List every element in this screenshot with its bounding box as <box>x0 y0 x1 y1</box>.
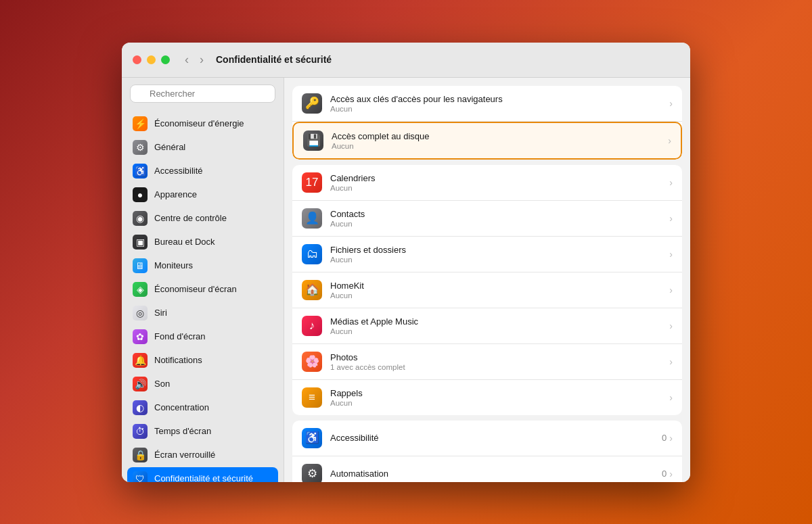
settings-row-right-automation: 0› <box>662 469 673 479</box>
settings-row-subtitle-reminders: Aucun <box>330 399 669 407</box>
sidebar-item-appearance[interactable]: ●Apparence <box>127 183 278 206</box>
sidebar-item-label-focus: Concentration <box>154 402 209 412</box>
sidebar-item-label-sound: Son <box>154 379 170 389</box>
traffic-lights <box>133 55 170 64</box>
settings-row-text-accessibility2: Accessibilité <box>330 433 662 443</box>
window-title: Confidentialité et sécurité <box>216 54 332 65</box>
sidebar-icon-focus: ◐ <box>133 400 148 415</box>
settings-row-text-files: Fichiers et dossiersAucun <box>330 245 669 264</box>
sidebar-item-notifications[interactable]: 🔔Notifications <box>127 349 278 372</box>
settings-row-keys[interactable]: 🔑Accès aux clés d'accès pour les navigat… <box>292 86 682 122</box>
sidebar-icon-sound: 🔊 <box>133 377 148 391</box>
chevron-icon-automation: › <box>669 469 673 479</box>
settings-row-subtitle-disk: Aucun <box>332 142 668 150</box>
settings-row-contacts[interactable]: 👤ContactsAucun› <box>292 201 682 237</box>
forward-button[interactable]: › <box>196 52 208 67</box>
settings-row-text-contacts: ContactsAucun <box>330 209 669 228</box>
settings-row-title-disk: Accès complet au disque <box>332 131 668 141</box>
chevron-icon-homekit: › <box>669 285 673 295</box>
chevron-icon-disk: › <box>668 135 671 146</box>
settings-row-disk[interactable]: 💾Accès complet au disqueAucun› <box>292 122 682 160</box>
sidebar-item-general[interactable]: ⚙Général <box>127 136 278 159</box>
settings-row-music[interactable]: ♪Médias et Apple MusicAucun› <box>292 308 682 344</box>
sidebar: 🔍 ⚡Économiseur d'énergie⚙Général♿Accessi… <box>122 78 284 482</box>
sidebar-icon-screentime: ⏱ <box>133 424 148 439</box>
settings-row-title-keys: Accès aux clés d'accès pour les navigate… <box>330 94 669 104</box>
sidebar-item-label-desktop: Bureau et Dock <box>154 237 215 247</box>
settings-row-title-homekit: HomeKit <box>330 281 669 291</box>
settings-row-subtitle-photos: 1 avec accès complet <box>330 363 669 371</box>
settings-row-subtitle-keys: Aucun <box>330 105 669 113</box>
sidebar-item-screensaver[interactable]: ◈Économiseur d'écran <box>127 278 278 301</box>
sidebar-item-wallpaper[interactable]: ✿Fond d'écran <box>127 325 278 348</box>
settings-row-icon-reminders: ≡ <box>302 387 322 408</box>
settings-row-icon-music: ♪ <box>302 316 322 336</box>
settings-row-text-disk: Accès complet au disqueAucun <box>332 131 668 150</box>
sidebar-item-label-wallpaper: Fond d'écran <box>154 331 205 341</box>
settings-row-homekit[interactable]: 🏠HomeKitAucun› <box>292 272 682 308</box>
settings-row-icon-keys: 🔑 <box>302 93 322 114</box>
chevron-icon-files: › <box>669 249 673 260</box>
sidebar-item-label-appearance: Apparence <box>154 189 197 199</box>
settings-group-group2: 17CalendriersAucun›👤ContactsAucun›🗂Fichi… <box>292 165 682 415</box>
sidebar-item-label-energy: Économiseur d'énergie <box>154 118 244 128</box>
settings-row-right-music: › <box>669 320 673 331</box>
settings-row-text-homekit: HomeKitAucun <box>330 281 669 300</box>
settings-row-icon-homekit: 🏠 <box>302 280 322 300</box>
sidebar-item-siri[interactable]: ◎Siri <box>127 302 278 325</box>
settings-row-accessibility2[interactable]: ♿Accessibilité0› <box>292 421 682 456</box>
settings-row-text-reminders: RappelsAucun <box>330 388 669 407</box>
sidebar-item-label-monitors: Moniteurs <box>154 260 193 270</box>
settings-row-title-automation: Automatisation <box>330 469 662 479</box>
settings-row-reminders[interactable]: ≡RappelsAucun› <box>292 380 682 415</box>
sidebar-item-sound[interactable]: 🔊Son <box>127 373 278 396</box>
settings-row-calendar[interactable]: 17CalendriersAucun› <box>292 165 682 201</box>
sidebar-item-label-notifications: Notifications <box>154 355 202 365</box>
sidebar-item-privacy[interactable]: 🛡Confidentialité et sécurité <box>127 467 278 482</box>
back-button[interactable]: ‹ <box>181 52 193 67</box>
settings-row-icon-contacts: 👤 <box>302 208 322 229</box>
settings-row-automation[interactable]: ⚙Automatisation0› <box>292 456 682 482</box>
chevron-icon-accessibility2: › <box>669 433 673 444</box>
settings-row-right-contacts: › <box>669 213 673 224</box>
nav-buttons: ‹ › <box>181 52 208 67</box>
maximize-button[interactable] <box>161 55 170 64</box>
sidebar-item-energy[interactable]: ⚡Économiseur d'énergie <box>127 112 278 135</box>
sidebar-item-screentime[interactable]: ⏱Temps d'écran <box>127 420 278 443</box>
settings-row-icon-files: 🗂 <box>302 244 322 264</box>
settings-group-group3: ♿Accessibilité0›⚙Automatisation0› <box>292 421 682 482</box>
settings-row-right-photos: › <box>669 356 673 367</box>
sidebar-item-accessibility[interactable]: ♿Accessibilité <box>127 160 278 183</box>
sidebar-item-desktop[interactable]: ▣Bureau et Dock <box>127 231 278 254</box>
settings-row-icon-photos: 🌸 <box>302 352 322 372</box>
minimize-button[interactable] <box>147 55 156 64</box>
sidebar-icon-desktop: ▣ <box>133 235 148 249</box>
settings-row-files[interactable]: 🗂Fichiers et dossiersAucun› <box>292 237 682 272</box>
titlebar: ‹ › Confidentialité et sécurité <box>122 43 690 78</box>
settings-row-photos[interactable]: 🌸Photos1 avec accès complet› <box>292 344 682 380</box>
settings-row-text-calendar: CalendriersAucun <box>330 173 669 192</box>
chevron-icon-photos: › <box>669 356 673 367</box>
chevron-icon-keys: › <box>669 98 673 109</box>
sidebar-item-label-privacy: Confidentialité et sécurité <box>154 473 253 482</box>
sidebar-item-monitors[interactable]: 🖥Moniteurs <box>127 254 278 277</box>
settings-group-group1: 🔑Accès aux clés d'accès pour les navigat… <box>292 86 682 160</box>
sidebar-item-label-accessibility: Accessibilité <box>154 166 203 176</box>
chevron-icon-reminders: › <box>669 392 673 403</box>
sidebar-icon-privacy: 🛡 <box>133 471 148 482</box>
settings-row-text-photos: Photos1 avec accès complet <box>330 352 669 371</box>
sidebar-icon-siri: ◎ <box>133 306 148 320</box>
close-button[interactable] <box>133 55 141 64</box>
settings-row-title-photos: Photos <box>330 352 669 362</box>
settings-row-subtitle-homekit: Aucun <box>330 291 669 300</box>
settings-row-text-music: Médias et Apple MusicAucun <box>330 316 669 335</box>
sidebar-item-control[interactable]: ◉Centre de contrôle <box>127 207 278 230</box>
sidebar-item-lockscreen[interactable]: 🔒Écran verrouillé <box>127 444 278 467</box>
sidebar-item-label-siri: Siri <box>154 308 167 318</box>
sidebar-icon-appearance: ● <box>133 187 148 202</box>
sidebar-item-label-general: Général <box>154 142 185 152</box>
settings-row-right-accessibility2: 0› <box>662 433 673 444</box>
sidebar-item-focus[interactable]: ◐Concentration <box>127 396 278 419</box>
search-input[interactable] <box>130 85 275 103</box>
main-content: 🔑Accès aux clés d'accès pour les navigat… <box>284 78 690 482</box>
